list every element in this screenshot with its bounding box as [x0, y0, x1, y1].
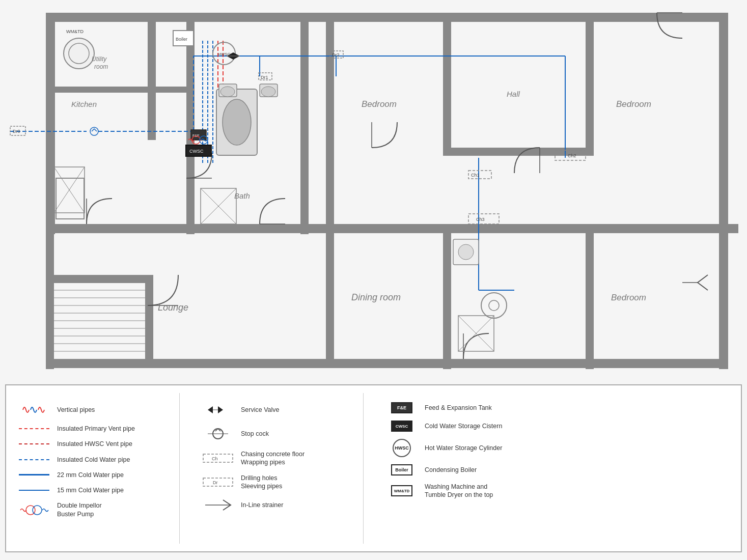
svg-text:Ch1: Ch1	[471, 173, 480, 178]
legend-item-fe: F&E Feed & Expansion Tank	[384, 402, 527, 413]
svg-rect-40	[46, 275, 148, 283]
svg-text:WM&TD: WM&TD	[66, 29, 84, 34]
fe-box: F&E	[391, 402, 412, 413]
svg-rect-21	[56, 178, 84, 219]
svg-rect-73	[216, 89, 257, 155]
svg-rect-17	[586, 224, 594, 369]
svg-text:Dr1: Dr1	[261, 75, 268, 80]
cwsc-symbol: CWSC	[384, 421, 420, 432]
legend-item-15mm: 15 mm Cold Water pipe	[16, 486, 159, 494]
svg-text:Kitchen: Kitchen	[71, 100, 97, 108]
svg-rect-6	[148, 13, 156, 140]
svg-rect-0	[46, 13, 728, 22]
svg-point-72	[489, 300, 499, 311]
svg-rect-67	[468, 214, 499, 224]
svg-text:Bedroom: Bedroom	[616, 99, 651, 109]
legend-item-cold-water-insulated: Insulated Cold Water pipe	[16, 456, 159, 464]
svg-rect-10	[586, 13, 594, 155]
chasing-label: Chasing concrete floorWrapping pipes	[241, 450, 305, 467]
svg-rect-7	[186, 13, 195, 234]
wmtd-label: Washing Machine andTumble Dryer on the t…	[425, 483, 493, 499]
svg-text:Dr: Dr	[213, 480, 218, 485]
svg-point-46	[90, 127, 98, 135]
svg-point-86	[213, 42, 235, 65]
legend-column-3: F&E Feed & Expansion Tank CWSC Cold Wate…	[384, 393, 527, 544]
legend-item-vertical-pipes: Vertical pipes	[16, 402, 159, 417]
legend-item-drilling: Dr Drilling holesSleeving pipes	[200, 474, 343, 491]
svg-rect-65	[468, 171, 491, 179]
22mm-label: 22 mm Cold Water pipe	[57, 471, 124, 479]
vertical-pipes-symbol	[16, 402, 52, 417]
svg-rect-77	[260, 84, 278, 97]
legend-item-wmtd: WM&TD Washing Machine andTumble Dryer on…	[384, 483, 527, 499]
stop-cock-symbol	[200, 425, 236, 443]
svg-rect-8	[300, 13, 309, 234]
svg-line-107	[54, 167, 85, 213]
drilling-symbol: Dr	[200, 476, 236, 488]
svg-text:Lounge: Lounge	[158, 302, 188, 313]
svg-rect-16	[443, 224, 451, 369]
svg-text:Bath: Bath	[234, 191, 250, 200]
svg-rect-5	[326, 359, 728, 368]
svg-rect-105	[54, 167, 85, 213]
svg-text:Dining room: Dining room	[351, 292, 401, 302]
svg-text:Ch: Ch	[212, 456, 218, 461]
primary-vent-symbol	[16, 428, 52, 429]
svg-text:Boiler: Boiler	[176, 37, 187, 42]
pump-symbol	[16, 502, 52, 518]
vertical-pipes-label: Vertical pipes	[57, 406, 95, 414]
boiler-box: Boiler	[391, 464, 412, 475]
svg-point-82	[69, 43, 89, 64]
svg-text:Ch2: Ch2	[568, 153, 576, 158]
svg-text:Ch3: Ch3	[476, 217, 485, 222]
svg-rect-4	[719, 13, 728, 369]
svg-text:Bedroom: Bedroom	[611, 293, 646, 302]
svg-rect-75	[219, 84, 237, 97]
svg-rect-18	[443, 359, 595, 368]
svg-rect-41	[145, 275, 153, 359]
svg-line-106	[54, 167, 85, 213]
hwsc-symbol: HWSC	[384, 439, 420, 457]
svg-rect-9	[443, 13, 451, 155]
wmtd-symbol: WM&TD	[384, 485, 420, 496]
inline-strainer-symbol	[200, 497, 236, 513]
legend-column-2: Service Valve Stop cock Ch	[200, 393, 343, 544]
svg-text:Utility: Utility	[92, 55, 107, 63]
22mm-symbol	[16, 474, 52, 475]
svg-line-112	[458, 316, 494, 351]
svg-rect-1	[46, 224, 326, 233]
hwsc-vent-label: Insulated HWSC Vent pipe	[57, 440, 132, 448]
legend-column-1: Vertical pipes Insulated Primary Vent pi…	[16, 393, 159, 544]
svg-text:Bedroom: Bedroom	[362, 99, 397, 109]
drilling-label: Drilling holesSleeving pipes	[241, 474, 282, 491]
legend-item-service-valve: Service Valve	[200, 402, 343, 417]
svg-rect-122	[203, 454, 233, 462]
legend-item-primary-vent: Insulated Primary Vent pipe	[16, 425, 159, 433]
svg-rect-113	[201, 188, 236, 224]
svg-rect-58	[330, 51, 343, 58]
cwsc-box: CWSC	[391, 421, 412, 432]
svg-point-109	[458, 244, 474, 260]
hwsc-circle: HWSC	[393, 439, 411, 457]
svg-rect-3	[46, 13, 55, 234]
svg-point-78	[261, 87, 275, 97]
15mm-label: 15 mm Cold Water pipe	[57, 486, 124, 494]
svg-point-81	[64, 38, 94, 69]
pump-label: Double ImpellorBuster Pump	[57, 501, 102, 518]
chasing-symbol: Ch	[200, 452, 236, 464]
legend: Vertical pipes Insulated Primary Vent pi…	[5, 384, 742, 552]
service-valve-symbol	[200, 402, 236, 417]
service-valve-label: Service Valve	[241, 406, 280, 414]
cold-water-insulated-label: Insulated Cold Water pipe	[57, 456, 130, 464]
svg-text:F&E: F&E	[192, 134, 200, 137]
svg-text:Dr2: Dr2	[332, 52, 340, 58]
svg-point-94	[200, 136, 208, 144]
cwsc-label: Cold Water Storage Cistern	[425, 422, 502, 430]
svg-rect-14	[46, 359, 331, 368]
svg-rect-44	[10, 126, 25, 135]
svg-text:Hall: Hall	[507, 90, 520, 98]
svg-text:HWSC: HWSC	[218, 52, 231, 57]
fe-symbol: F&E	[384, 402, 420, 413]
svg-text:CWSC: CWSC	[189, 149, 204, 154]
legend-item-stop-cock: Stop cock	[200, 425, 343, 443]
